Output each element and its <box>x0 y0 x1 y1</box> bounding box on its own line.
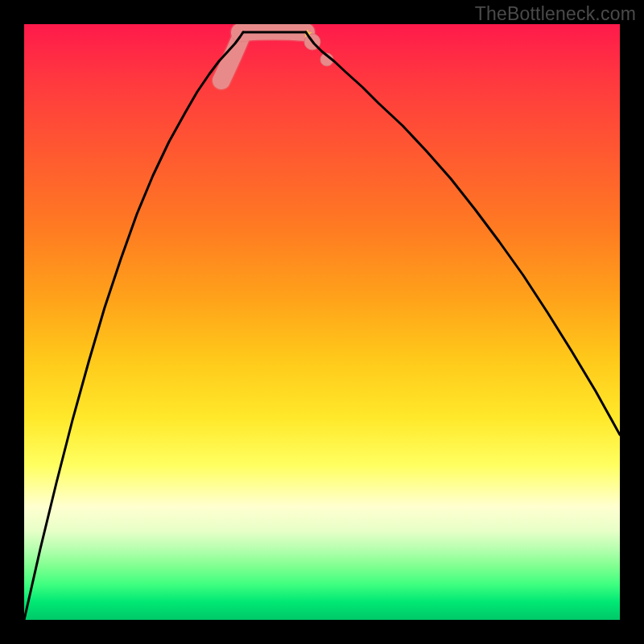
series-right-curve <box>306 32 620 435</box>
plot-area <box>24 24 620 620</box>
curve-svg <box>24 24 620 620</box>
series-left-curve <box>24 32 243 620</box>
chart-frame: TheBottleneck.com <box>0 0 644 644</box>
watermark-text: TheBottleneck.com <box>475 3 636 25</box>
pink-blob-left <box>221 35 242 80</box>
line-layer <box>24 32 620 620</box>
marker-layer <box>221 29 333 80</box>
